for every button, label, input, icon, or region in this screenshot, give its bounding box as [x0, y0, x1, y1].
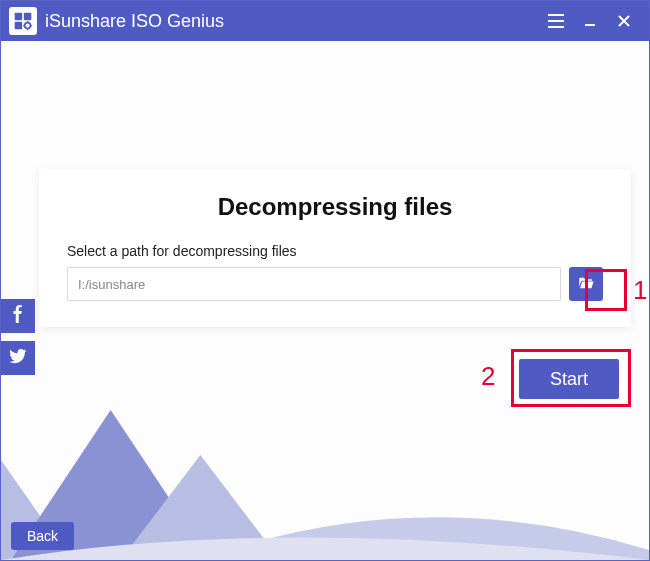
titlebar: iSunshare ISO Genius — [1, 1, 649, 41]
app-title: iSunshare ISO Genius — [45, 11, 539, 32]
background-mountains — [1, 400, 649, 560]
decompress-card: Decompressing files Select a path for de… — [39, 169, 631, 327]
content-area: Decompressing files Select a path for de… — [1, 41, 649, 560]
twitter-button[interactable] — [1, 341, 35, 375]
path-row — [67, 267, 603, 301]
start-button[interactable]: Start — [519, 359, 619, 399]
annotation-number-1: 1 — [633, 275, 647, 306]
svg-rect-0 — [15, 13, 23, 21]
annotation-number-2: 2 — [481, 361, 495, 392]
twitter-icon — [9, 347, 27, 369]
close-button[interactable] — [607, 1, 641, 41]
facebook-icon — [9, 305, 27, 327]
app-window: iSunshare ISO Genius Decompressing files — [0, 0, 650, 561]
menu-button[interactable] — [539, 1, 573, 41]
browse-button[interactable] — [569, 267, 603, 301]
folder-open-icon — [577, 274, 595, 295]
path-input[interactable] — [67, 267, 561, 301]
svg-point-3 — [25, 23, 31, 29]
minimize-button[interactable] — [573, 1, 607, 41]
svg-rect-1 — [24, 13, 32, 21]
path-label: Select a path for decompressing files — [67, 243, 603, 259]
svg-marker-6 — [121, 455, 281, 560]
app-logo-icon — [9, 7, 37, 35]
facebook-button[interactable] — [1, 299, 35, 333]
card-heading: Decompressing files — [67, 193, 603, 221]
back-button[interactable]: Back — [11, 522, 74, 550]
svg-rect-2 — [15, 22, 23, 30]
